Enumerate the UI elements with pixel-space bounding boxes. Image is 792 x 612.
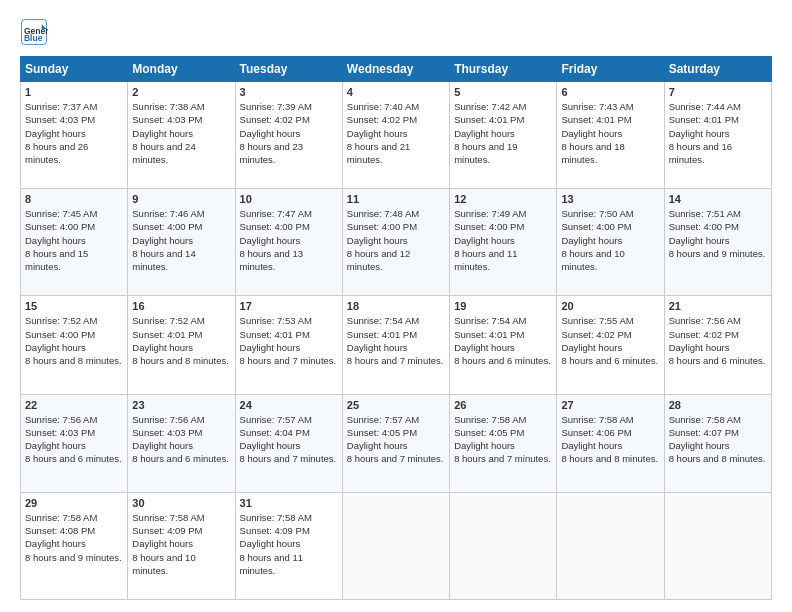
- day-number: 13: [561, 193, 659, 205]
- day-number: 8: [25, 193, 123, 205]
- calendar-day-cell: 17Sunrise: 7:53 AMSunset: 4:01 PMDayligh…: [235, 296, 342, 394]
- day-info: Sunrise: 7:47 AMSunset: 4:00 PMDaylight …: [240, 207, 338, 273]
- day-info: Sunrise: 7:46 AMSunset: 4:00 PMDaylight …: [132, 207, 230, 273]
- day-info: Sunrise: 7:37 AMSunset: 4:03 PMDaylight …: [25, 100, 123, 166]
- day-number: 16: [132, 300, 230, 312]
- day-info: Sunrise: 7:43 AMSunset: 4:01 PMDaylight …: [561, 100, 659, 166]
- day-number: 5: [454, 86, 552, 98]
- calendar-day-cell: 24Sunrise: 7:57 AMSunset: 4:04 PMDayligh…: [235, 394, 342, 492]
- calendar-table: SundayMondayTuesdayWednesdayThursdayFrid…: [20, 56, 772, 600]
- day-number: 29: [25, 497, 123, 509]
- day-number: 6: [561, 86, 659, 98]
- day-number: 1: [25, 86, 123, 98]
- calendar-day-cell: 1Sunrise: 7:37 AMSunset: 4:03 PMDaylight…: [21, 82, 128, 189]
- calendar-day-cell: 30Sunrise: 7:58 AMSunset: 4:09 PMDayligh…: [128, 492, 235, 599]
- calendar-day-cell: 7Sunrise: 7:44 AMSunset: 4:01 PMDaylight…: [664, 82, 771, 189]
- day-number: 21: [669, 300, 767, 312]
- day-number: 14: [669, 193, 767, 205]
- day-info: Sunrise: 7:49 AMSunset: 4:00 PMDaylight …: [454, 207, 552, 273]
- calendar-week-row: 15Sunrise: 7:52 AMSunset: 4:00 PMDayligh…: [21, 296, 772, 394]
- day-info: Sunrise: 7:58 AMSunset: 4:07 PMDaylight …: [669, 413, 767, 466]
- day-number: 18: [347, 300, 445, 312]
- day-info: Sunrise: 7:58 AMSunset: 4:08 PMDaylight …: [25, 511, 123, 564]
- calendar-day-cell: 6Sunrise: 7:43 AMSunset: 4:01 PMDaylight…: [557, 82, 664, 189]
- calendar-day-cell: 21Sunrise: 7:56 AMSunset: 4:02 PMDayligh…: [664, 296, 771, 394]
- day-number: 17: [240, 300, 338, 312]
- calendar-day-cell: 23Sunrise: 7:56 AMSunset: 4:03 PMDayligh…: [128, 394, 235, 492]
- day-number: 19: [454, 300, 552, 312]
- calendar-day-cell: 18Sunrise: 7:54 AMSunset: 4:01 PMDayligh…: [342, 296, 449, 394]
- day-number: 2: [132, 86, 230, 98]
- day-info: Sunrise: 7:57 AMSunset: 4:05 PMDaylight …: [347, 413, 445, 466]
- day-info: Sunrise: 7:55 AMSunset: 4:02 PMDaylight …: [561, 314, 659, 367]
- weekday-header: Monday: [128, 57, 235, 82]
- day-info: Sunrise: 7:58 AMSunset: 4:06 PMDaylight …: [561, 413, 659, 466]
- day-number: 20: [561, 300, 659, 312]
- day-number: 24: [240, 399, 338, 411]
- calendar-day-cell: 10Sunrise: 7:47 AMSunset: 4:00 PMDayligh…: [235, 189, 342, 296]
- calendar-day-cell: 13Sunrise: 7:50 AMSunset: 4:00 PMDayligh…: [557, 189, 664, 296]
- calendar-day-cell: 3Sunrise: 7:39 AMSunset: 4:02 PMDaylight…: [235, 82, 342, 189]
- calendar-week-row: 1Sunrise: 7:37 AMSunset: 4:03 PMDaylight…: [21, 82, 772, 189]
- calendar-day-cell: 8Sunrise: 7:45 AMSunset: 4:00 PMDaylight…: [21, 189, 128, 296]
- calendar-day-cell: 31Sunrise: 7:58 AMSunset: 4:09 PMDayligh…: [235, 492, 342, 599]
- calendar-day-cell: 12Sunrise: 7:49 AMSunset: 4:00 PMDayligh…: [450, 189, 557, 296]
- calendar-day-cell: [342, 492, 449, 599]
- day-info: Sunrise: 7:38 AMSunset: 4:03 PMDaylight …: [132, 100, 230, 166]
- calendar-week-row: 8Sunrise: 7:45 AMSunset: 4:00 PMDaylight…: [21, 189, 772, 296]
- weekday-header: Tuesday: [235, 57, 342, 82]
- day-number: 22: [25, 399, 123, 411]
- calendar-day-cell: 9Sunrise: 7:46 AMSunset: 4:00 PMDaylight…: [128, 189, 235, 296]
- day-info: Sunrise: 7:58 AMSunset: 4:05 PMDaylight …: [454, 413, 552, 466]
- day-info: Sunrise: 7:40 AMSunset: 4:02 PMDaylight …: [347, 100, 445, 166]
- day-info: Sunrise: 7:56 AMSunset: 4:02 PMDaylight …: [669, 314, 767, 367]
- calendar-day-cell: 28Sunrise: 7:58 AMSunset: 4:07 PMDayligh…: [664, 394, 771, 492]
- page: General Blue SundayMondayTuesdayWednesda…: [0, 0, 792, 612]
- weekday-header: Wednesday: [342, 57, 449, 82]
- day-info: Sunrise: 7:50 AMSunset: 4:00 PMDaylight …: [561, 207, 659, 273]
- calendar-day-cell: 11Sunrise: 7:48 AMSunset: 4:00 PMDayligh…: [342, 189, 449, 296]
- day-info: Sunrise: 7:54 AMSunset: 4:01 PMDaylight …: [347, 314, 445, 367]
- day-info: Sunrise: 7:53 AMSunset: 4:01 PMDaylight …: [240, 314, 338, 367]
- weekday-header: Saturday: [664, 57, 771, 82]
- day-info: Sunrise: 7:56 AMSunset: 4:03 PMDaylight …: [25, 413, 123, 466]
- calendar-day-cell: 25Sunrise: 7:57 AMSunset: 4:05 PMDayligh…: [342, 394, 449, 492]
- calendar-day-cell: 16Sunrise: 7:52 AMSunset: 4:01 PMDayligh…: [128, 296, 235, 394]
- calendar-week-row: 29Sunrise: 7:58 AMSunset: 4:08 PMDayligh…: [21, 492, 772, 599]
- logo-icon: General Blue: [20, 18, 48, 46]
- day-number: 3: [240, 86, 338, 98]
- day-number: 25: [347, 399, 445, 411]
- calendar-day-cell: 27Sunrise: 7:58 AMSunset: 4:06 PMDayligh…: [557, 394, 664, 492]
- day-number: 9: [132, 193, 230, 205]
- svg-text:Blue: Blue: [24, 33, 43, 43]
- day-number: 26: [454, 399, 552, 411]
- calendar-day-cell: 26Sunrise: 7:58 AMSunset: 4:05 PMDayligh…: [450, 394, 557, 492]
- calendar-day-cell: 20Sunrise: 7:55 AMSunset: 4:02 PMDayligh…: [557, 296, 664, 394]
- calendar-day-cell: 22Sunrise: 7:56 AMSunset: 4:03 PMDayligh…: [21, 394, 128, 492]
- day-number: 10: [240, 193, 338, 205]
- calendar-day-cell: 14Sunrise: 7:51 AMSunset: 4:00 PMDayligh…: [664, 189, 771, 296]
- day-info: Sunrise: 7:45 AMSunset: 4:00 PMDaylight …: [25, 207, 123, 273]
- calendar-week-row: 22Sunrise: 7:56 AMSunset: 4:03 PMDayligh…: [21, 394, 772, 492]
- day-info: Sunrise: 7:58 AMSunset: 4:09 PMDaylight …: [240, 511, 338, 577]
- day-info: Sunrise: 7:39 AMSunset: 4:02 PMDaylight …: [240, 100, 338, 166]
- calendar-day-cell: [664, 492, 771, 599]
- weekday-header: Sunday: [21, 57, 128, 82]
- day-info: Sunrise: 7:56 AMSunset: 4:03 PMDaylight …: [132, 413, 230, 466]
- calendar-day-cell: 5Sunrise: 7:42 AMSunset: 4:01 PMDaylight…: [450, 82, 557, 189]
- day-number: 31: [240, 497, 338, 509]
- calendar-day-cell: [557, 492, 664, 599]
- header: General Blue: [20, 18, 772, 46]
- day-number: 30: [132, 497, 230, 509]
- day-number: 7: [669, 86, 767, 98]
- day-info: Sunrise: 7:42 AMSunset: 4:01 PMDaylight …: [454, 100, 552, 166]
- day-number: 11: [347, 193, 445, 205]
- day-info: Sunrise: 7:52 AMSunset: 4:00 PMDaylight …: [25, 314, 123, 367]
- day-info: Sunrise: 7:48 AMSunset: 4:00 PMDaylight …: [347, 207, 445, 273]
- calendar-day-cell: 2Sunrise: 7:38 AMSunset: 4:03 PMDaylight…: [128, 82, 235, 189]
- day-info: Sunrise: 7:57 AMSunset: 4:04 PMDaylight …: [240, 413, 338, 466]
- logo: General Blue: [20, 18, 52, 46]
- day-info: Sunrise: 7:44 AMSunset: 4:01 PMDaylight …: [669, 100, 767, 166]
- weekday-header: Thursday: [450, 57, 557, 82]
- calendar-day-cell: 15Sunrise: 7:52 AMSunset: 4:00 PMDayligh…: [21, 296, 128, 394]
